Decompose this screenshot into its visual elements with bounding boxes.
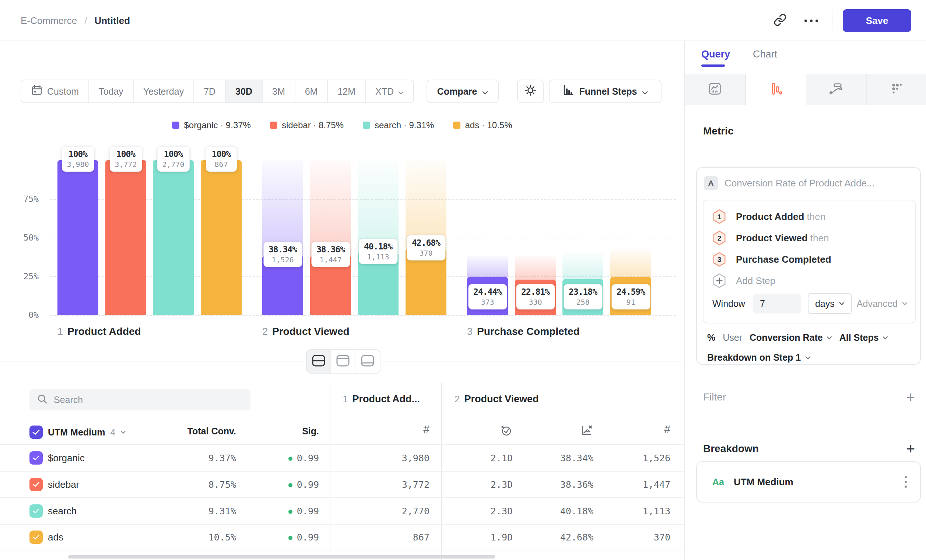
step2-header-num: 2 xyxy=(454,394,460,405)
bar-count: 1,113 xyxy=(364,252,392,261)
measure-row: % User Conversion Rate All Steps xyxy=(707,332,888,343)
query-step-3[interactable]: 3Purchase Completed xyxy=(713,251,831,268)
cell-sig: 0.99 xyxy=(288,453,319,463)
y-axis-tick: 0% xyxy=(9,310,39,320)
cell-t2: 1.9D xyxy=(491,532,513,543)
row-name: $organic xyxy=(48,453,85,464)
row-checkbox[interactable] xyxy=(29,451,43,465)
query-step-2[interactable]: 2Product Viewed then xyxy=(713,230,829,246)
share-link-button[interactable] xyxy=(770,10,790,31)
table-step1-header[interactable]: 1 Product Add... xyxy=(343,394,420,405)
string-property-icon: Aa xyxy=(713,477,724,487)
horizontal-scrollbar[interactable] xyxy=(68,555,495,558)
count-column-icon[interactable]: # xyxy=(664,423,670,436)
measure-user-label[interactable]: User xyxy=(723,332,742,343)
funnel-step-label-1: 1Product Added xyxy=(57,326,141,338)
table-row-organic[interactable]: $organic9.37%0.993,9802.1D38.34%1,526 xyxy=(0,444,684,471)
breakdown-item-menu[interactable] xyxy=(905,476,907,488)
add-filter-button[interactable]: + xyxy=(906,390,915,404)
significance-dot xyxy=(288,510,292,513)
metric-card: A Conversion Rate of Product Adde... 1Pr… xyxy=(696,167,921,365)
step-event-name: Product Added then xyxy=(736,211,825,222)
funnel-ghost-bar xyxy=(610,249,651,277)
tab-insights[interactable] xyxy=(685,74,746,105)
significance-dot xyxy=(288,483,292,487)
table-row-search[interactable]: search9.31%0.992,7702.3D40.18%1,113 xyxy=(0,497,684,524)
row-name: sidebar xyxy=(48,479,79,490)
table-row-ads[interactable]: ads10.5%0.998671.9D42.68%370 xyxy=(0,524,684,551)
report-type-tabs xyxy=(685,74,926,105)
tab-retention[interactable] xyxy=(867,74,926,105)
cell-conv: 9.31% xyxy=(209,506,236,516)
select-all-checkbox[interactable] xyxy=(29,425,43,439)
panel-tabs: Query Chart xyxy=(701,48,777,67)
window-unit-select[interactable]: days xyxy=(808,293,852,314)
query-step-1[interactable]: 1Product Added then xyxy=(713,209,825,225)
window-value-input[interactable] xyxy=(753,294,801,313)
tab-chart[interactable]: Chart xyxy=(753,48,777,67)
row-checkbox[interactable] xyxy=(29,531,43,544)
steps-scope-label: All Steps xyxy=(840,332,879,343)
table-step2-header[interactable]: 2 Product Viewed xyxy=(454,394,539,405)
add-step-label: Add Step xyxy=(736,275,775,287)
add-breakdown-button[interactable]: + xyxy=(906,441,915,456)
bar-count: 3,772 xyxy=(115,160,137,169)
cell-cv2: 38.34% xyxy=(560,453,593,463)
conversion-rate-column-icon[interactable] xyxy=(580,424,593,439)
bar-value-label: 100%3,772 xyxy=(109,146,142,172)
group-by-label[interactable]: UTM Medium xyxy=(48,427,105,438)
bar-count: 1,526 xyxy=(269,255,297,264)
row-checkbox[interactable] xyxy=(29,478,43,491)
row-checkbox[interactable] xyxy=(29,504,43,518)
layout-split-view-button[interactable] xyxy=(307,350,331,373)
cell-c2: 1,447 xyxy=(643,479,670,490)
funnel-bar-ads-step1[interactable] xyxy=(201,160,242,315)
bar-pct: 22.81% xyxy=(521,287,549,297)
y-axis-tick: 25% xyxy=(9,271,39,281)
tab-funnels[interactable] xyxy=(746,74,806,105)
funnel-bar-search-step1[interactable] xyxy=(153,160,194,315)
add-step-button[interactable]: Add Step xyxy=(713,272,775,289)
metric-title[interactable]: Conversion Rate of Product Adde... xyxy=(725,177,875,189)
total-conv-header[interactable]: Total Conv. xyxy=(188,426,236,437)
funnel-bar-sidebar-step1[interactable] xyxy=(105,160,146,315)
more-options-button[interactable] xyxy=(801,10,822,31)
layout-chart-only-button[interactable] xyxy=(331,350,356,373)
breakdown-on-step-dropdown[interactable]: Breakdown on Step 1 xyxy=(707,352,811,363)
chevron-down-icon[interactable] xyxy=(120,429,126,436)
measure-type-dropdown[interactable]: Conversion Rate xyxy=(750,332,832,343)
bar-count: 258 xyxy=(569,298,597,307)
window-unit-label: days xyxy=(815,298,835,309)
funnel-bar-$organic-step1[interactable] xyxy=(57,160,98,315)
step-number-hexagon: 3 xyxy=(713,252,726,267)
layout-toggle xyxy=(306,349,380,374)
save-button[interactable]: Save xyxy=(843,9,911,32)
svg-text:1: 1 xyxy=(717,213,722,221)
steps-scope-dropdown[interactable]: All Steps xyxy=(840,332,888,343)
cell-t2: 2.3D xyxy=(491,479,513,490)
breakdown-property-name: UTM Medium xyxy=(734,476,793,488)
window-label: Window xyxy=(713,298,745,309)
search-input[interactable] xyxy=(54,395,243,405)
time-to-convert-icon[interactable] xyxy=(499,424,513,439)
table-row-sidebar[interactable]: sidebar8.75%0.993,7722.3D38.36%1,447 xyxy=(0,471,684,497)
bar-pct: 38.34% xyxy=(269,245,297,254)
bottom-panel-view-icon xyxy=(360,354,375,369)
breakdown-item[interactable]: Aa UTM Medium xyxy=(696,461,921,502)
tab-flows[interactable] xyxy=(806,74,867,105)
bar-count: 867 xyxy=(211,160,232,169)
funnel-steps-card: 1Product Added then2Product Viewed then3… xyxy=(703,200,916,324)
metric-section-heading: Metric xyxy=(703,125,733,137)
count-column-icon[interactable]: # xyxy=(423,423,430,436)
advanced-toggle[interactable]: Advanced xyxy=(857,298,908,309)
top-panel-view-icon xyxy=(336,354,350,369)
tab-query[interactable]: Query xyxy=(701,48,730,67)
bar-count: 3,980 xyxy=(67,160,89,169)
bar-pct: 100% xyxy=(67,149,89,159)
cell-sig: 0.99 xyxy=(288,532,319,543)
flows-icon xyxy=(829,82,843,98)
funnel-step-label-2: 2Product Viewed xyxy=(262,326,350,338)
breakdown-label: Breakdown xyxy=(703,443,759,455)
sig-header[interactable]: Sig. xyxy=(302,426,319,437)
layout-table-only-button[interactable] xyxy=(356,350,380,373)
